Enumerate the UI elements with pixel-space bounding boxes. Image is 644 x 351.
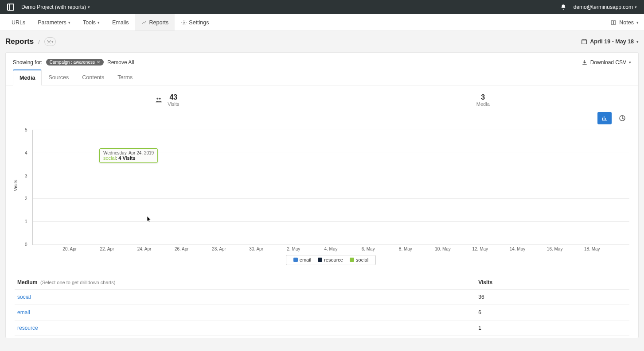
nav-item-reports[interactable]: Reports bbox=[135, 14, 175, 31]
x-tick: 20. Apr bbox=[51, 247, 88, 251]
chevron-down-icon: ▾ bbox=[635, 5, 637, 9]
chevron-down-icon: ▾ bbox=[629, 60, 631, 65]
x-tick: 30. Apr bbox=[238, 247, 275, 251]
chevron-down-icon: ▾ bbox=[88, 5, 90, 9]
x-tick: 6. May bbox=[350, 247, 387, 251]
col-medium[interactable]: Medium (Select one to get drilldown char… bbox=[15, 276, 476, 289]
bar-chart-toggle[interactable] bbox=[597, 112, 612, 124]
svg-rect-2 bbox=[582, 40, 587, 44]
y-tick: 3 bbox=[25, 173, 27, 178]
nav-item-settings[interactable]: Settings bbox=[175, 14, 215, 31]
legend-social[interactable]: social bbox=[350, 257, 368, 262]
main-nav: URLsParameters ▾Tools ▾EmailsReportsSett… bbox=[0, 14, 644, 31]
filter-label: Showing for: bbox=[13, 59, 43, 66]
download-csv-label: Download CSV bbox=[590, 59, 626, 66]
legend-resource[interactable]: resource bbox=[318, 257, 343, 262]
tab-terms[interactable]: Terms bbox=[111, 69, 139, 85]
download-csv-button[interactable]: Download CSV ▾ bbox=[582, 59, 631, 66]
x-tick: 18. May bbox=[574, 247, 611, 251]
chevron-down-icon: ▾ bbox=[636, 39, 639, 44]
summary-media: 3 Media bbox=[476, 93, 490, 107]
svg-point-1 bbox=[48, 41, 50, 42]
table-row[interactable]: social36 bbox=[15, 289, 629, 305]
x-tick: 22. Apr bbox=[88, 247, 125, 251]
x-tick: 12. May bbox=[461, 247, 499, 251]
gear-icon bbox=[181, 19, 187, 26]
page-subhead: Reports / ▾ April 19 - May 18 ▾ bbox=[0, 31, 644, 52]
bars-container bbox=[33, 130, 629, 244]
tooltip-date: Wednesday, Apr 24, 2019 bbox=[103, 150, 154, 155]
table-row[interactable]: email6 bbox=[15, 305, 629, 320]
medium-table: Medium (Select one to get drilldown char… bbox=[15, 276, 629, 336]
summary-visits-value: 43 bbox=[169, 93, 177, 101]
svg-point-0 bbox=[183, 22, 185, 23]
remove-all-filters[interactable]: Remove All bbox=[107, 59, 134, 66]
top-bar: Demo Project (with reports) ▾ demo@termi… bbox=[0, 0, 644, 14]
filter-chip-label: Campaign : awareness bbox=[50, 60, 95, 65]
y-tick: 0 bbox=[25, 242, 27, 247]
medium-cell[interactable]: resource bbox=[15, 320, 476, 336]
project-selector[interactable]: Demo Project (with reports) ▾ bbox=[21, 4, 90, 10]
table-row[interactable]: resource1 bbox=[15, 320, 629, 336]
app-logo-icon bbox=[7, 4, 14, 11]
x-tick: 8. May bbox=[387, 247, 424, 251]
calendar-icon bbox=[581, 39, 587, 45]
y-tick: 4 bbox=[25, 150, 27, 155]
svg-point-4 bbox=[159, 98, 161, 100]
filter-chip[interactable]: Campaign : awareness ✕ bbox=[46, 59, 104, 66]
col-visits[interactable]: Visits bbox=[476, 276, 629, 289]
summary-visits-label: Visits bbox=[168, 101, 179, 107]
tooltip-value: 4 Visits bbox=[118, 155, 135, 161]
x-tick: 4. May bbox=[312, 247, 349, 251]
report-settings-button[interactable]: ▾ bbox=[44, 37, 56, 46]
chart-line-icon bbox=[141, 19, 148, 26]
chart-type-controls bbox=[6, 109, 638, 126]
project-name-label: Demo Project (with reports) bbox=[21, 4, 86, 10]
x-tick: 10. May bbox=[424, 247, 461, 251]
summary-row: 43 Visits 3 Media bbox=[6, 85, 638, 109]
nav-item-tools[interactable]: Tools ▾ bbox=[77, 14, 106, 31]
tab-contents[interactable]: Contents bbox=[75, 69, 111, 85]
bell-icon[interactable] bbox=[560, 4, 566, 10]
chart-tooltip: Wednesday, Apr 24, 2019 social: 4 Visits bbox=[99, 148, 158, 163]
svg-point-3 bbox=[157, 98, 159, 100]
medium-cell[interactable]: social bbox=[15, 289, 476, 305]
y-tick: 1 bbox=[25, 219, 27, 224]
page-title: Reports bbox=[5, 37, 34, 46]
nav-item-parameters[interactable]: Parameters ▾ bbox=[31, 14, 77, 31]
x-axis-ticks: 20. Apr22. Apr24. Apr26. Apr28. Apr30. A… bbox=[32, 247, 629, 251]
x-tick: 26. Apr bbox=[163, 247, 200, 251]
gear-icon bbox=[47, 39, 51, 44]
summary-media-label: Media bbox=[476, 101, 490, 107]
nav-item-urls[interactable]: URLs bbox=[5, 14, 31, 31]
x-tick: 28. Apr bbox=[200, 247, 238, 251]
legend-email[interactable]: email bbox=[293, 257, 311, 262]
bar-chart-icon bbox=[601, 115, 608, 121]
tab-sources[interactable]: Sources bbox=[42, 69, 75, 85]
summary-media-value: 3 bbox=[481, 93, 485, 101]
x-tick: 14. May bbox=[499, 247, 536, 251]
nav-item-emails[interactable]: Emails bbox=[106, 14, 135, 31]
medium-cell[interactable]: email bbox=[15, 305, 476, 320]
chart-legend: email resource social bbox=[32, 255, 629, 265]
book-icon bbox=[610, 19, 617, 26]
tab-media[interactable]: Media bbox=[13, 69, 42, 85]
chart-area: Visits Wednesday, Apr 24, 2019 social: 4… bbox=[6, 126, 638, 269]
x-tick: 16. May bbox=[536, 247, 574, 251]
chevron-down-icon: ▾ bbox=[636, 20, 639, 25]
date-range-label: April 19 - May 18 bbox=[590, 39, 634, 45]
chart-plot[interactable]: Wednesday, Apr 24, 2019 social: 4 Visits… bbox=[32, 130, 629, 245]
close-icon[interactable]: ✕ bbox=[97, 60, 100, 65]
grid-line bbox=[33, 244, 629, 245]
notes-button[interactable]: Notes ▾ bbox=[610, 19, 639, 26]
date-range-picker[interactable]: April 19 - May 18 ▾ bbox=[581, 39, 639, 45]
report-panel: Showing for: Campaign : awareness ✕ Remo… bbox=[5, 52, 639, 338]
download-icon bbox=[582, 59, 588, 66]
chevron-down-icon: ▾ bbox=[98, 20, 100, 25]
user-email-label: demo@terminusapp.com bbox=[574, 4, 633, 10]
pie-chart-toggle[interactable] bbox=[615, 112, 629, 124]
user-menu[interactable]: demo@terminusapp.com ▾ bbox=[574, 4, 637, 10]
summary-visits: 43 Visits bbox=[154, 93, 179, 107]
notes-label: Notes bbox=[619, 19, 634, 26]
x-tick: 24. Apr bbox=[125, 247, 163, 251]
